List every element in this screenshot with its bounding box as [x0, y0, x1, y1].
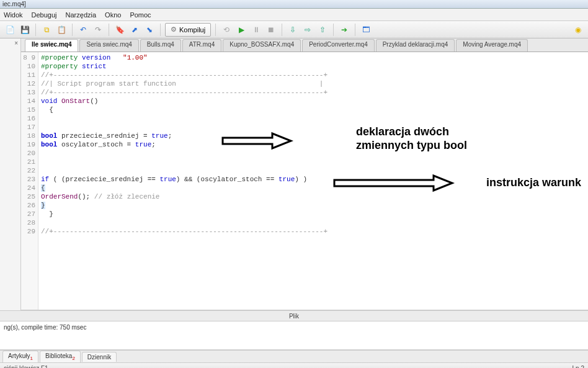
status-bar: ciśnij klawisz F1 Ln 2	[0, 362, 588, 368]
separator	[215, 24, 216, 36]
navigator-panel: ×	[0, 38, 21, 310]
file-tab[interactable]: ATR.mq4	[182, 39, 222, 52]
play-icon[interactable]: ▶	[235, 24, 247, 36]
separator	[355, 24, 355, 36]
editor-area: Ile swiec.mq4Seria swiec.mq4Bulls.mq4ATR…	[21, 38, 588, 310]
window-icon[interactable]: 🗔	[360, 24, 372, 36]
menu-bar: Widok Debuguj Narzędzia Okno Pomoc	[0, 9, 588, 21]
file-tab[interactable]: Moving Average.mq4	[456, 39, 528, 52]
file-tab[interactable]: Kupno_BOSSAFX.mq4	[223, 39, 301, 52]
arrow-annotation-1	[220, 132, 294, 150]
annotation-condition: instrukcja warunk	[486, 176, 581, 190]
file-tab[interactable]: PeriodConverter.mq4	[302, 39, 375, 52]
output-header: Plik	[0, 310, 588, 321]
compile-button[interactable]: ⚙ Kompiluj	[165, 23, 211, 37]
tab-artykuly[interactable]: Artykuły1	[2, 351, 38, 362]
separator	[333, 24, 334, 36]
bookmark-next-icon[interactable]: ⬈	[128, 24, 141, 36]
file-tab[interactable]: Ile swiec.mq4	[25, 39, 78, 52]
output-panel: ng(s), compile time: 750 msec	[0, 321, 588, 350]
copy-icon[interactable]: ⧉	[40, 24, 53, 36]
workspace: × Ile swiec.mq4Seria swiec.mq4Bulls.mq4A…	[0, 38, 588, 310]
save-icon[interactable]: 💾	[19, 24, 31, 36]
tab-dziennik[interactable]: Dziennik	[82, 352, 117, 362]
separator	[160, 24, 161, 36]
status-position: Ln 2	[572, 365, 584, 368]
tab-biblioteka[interactable]: Biblioteka2	[40, 351, 81, 362]
output-text: ng(s), compile time: 750 msec	[4, 324, 86, 331]
arrow-right-icon[interactable]: ➔	[338, 24, 350, 36]
new-file-icon[interactable]: 📄	[4, 24, 16, 36]
menu-pomoc[interactable]: Pomoc	[130, 11, 151, 19]
gear-icon: ⚙	[171, 25, 177, 34]
file-tab-strip: Ile swiec.mq4Seria swiec.mq4Bulls.mq4ATR…	[21, 38, 588, 52]
arrow-annotation-2	[331, 174, 455, 192]
output-header-label: Plik	[289, 313, 299, 320]
file-tab[interactable]: Seria swiec.mq4	[79, 39, 138, 52]
step-over-icon[interactable]: ⇨	[301, 24, 314, 36]
separator	[109, 24, 109, 36]
status-hint: ciśnij klawisz F1	[4, 365, 48, 368]
help-icon[interactable]: ◉	[572, 24, 584, 36]
window-title: iec.mq4]	[2, 1, 26, 7]
paste-icon[interactable]: 📋	[55, 24, 68, 36]
undo-icon[interactable]: ↶	[77, 24, 89, 36]
file-tab[interactable]: Bulls.mq4	[140, 39, 181, 52]
step-out-icon[interactable]: ⇧	[316, 24, 329, 36]
line-gutter: 8 9 10 11 12 13 14 15 16 17 18 19 20 21 …	[21, 52, 38, 310]
bottom-tab-strip: Artykuły1 Biblioteka2 Dziennik	[0, 350, 588, 362]
redo-icon[interactable]: ↷	[92, 24, 104, 36]
stop-icon[interactable]: ⏹	[265, 24, 277, 36]
separator	[72, 24, 73, 36]
compile-label: Kompiluj	[179, 26, 205, 34]
pause-icon[interactable]: ⏸	[250, 24, 262, 36]
bookmark-prev-icon[interactable]: ⬊	[143, 24, 156, 36]
separator	[282, 24, 282, 36]
debug-restart-icon[interactable]: ⟲	[220, 24, 233, 36]
file-tab[interactable]: Przyklad deklaracji.mq4	[376, 39, 455, 52]
step-in-icon[interactable]: ⇩	[287, 24, 299, 36]
bookmark-icon[interactable]: 🔖	[114, 24, 126, 36]
annotation-declaration: deklaracja dwóch zmiennych typu bool	[356, 125, 467, 152]
menu-narzedzia[interactable]: Narzędzia	[66, 11, 97, 19]
toolbar: 📄 💾 ⧉ 📋 ↶ ↷ 🔖 ⬈ ⬊ ⚙ Kompiluj ⟲ ▶ ⏸ ⏹ ⇩ ⇨…	[0, 21, 588, 38]
separator	[35, 24, 36, 36]
code-editor[interactable]: 8 9 10 11 12 13 14 15 16 17 18 19 20 21 …	[21, 52, 588, 310]
menu-okno[interactable]: Okno	[105, 11, 121, 19]
menu-debuguj[interactable]: Debuguj	[32, 11, 57, 19]
menu-widok[interactable]: Widok	[4, 11, 23, 19]
close-icon[interactable]: ×	[14, 40, 18, 47]
title-bar: iec.mq4]	[0, 0, 588, 9]
